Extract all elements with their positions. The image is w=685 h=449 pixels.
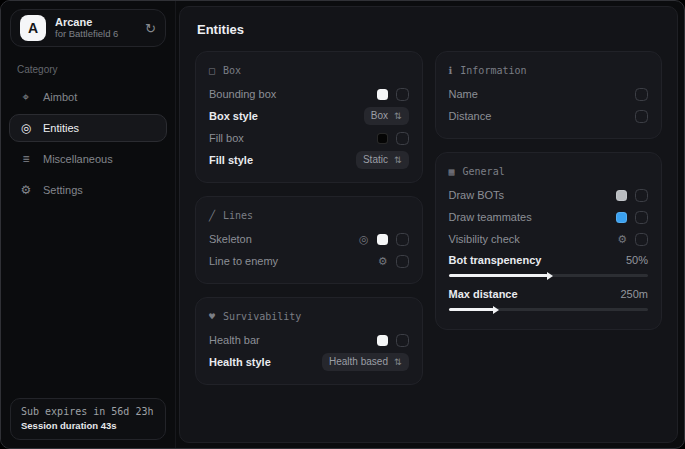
sub-expiry-text: Sub expires in 56d 23h bbox=[21, 406, 155, 417]
page-title: Entities bbox=[197, 22, 662, 37]
draw-bots-checkbox[interactable] bbox=[635, 189, 648, 202]
panel-box: □BoxBounding boxBox styleBox⇅Fill boxFil… bbox=[195, 51, 423, 183]
visibility-check-checkbox[interactable] bbox=[635, 233, 648, 246]
box-corners-icon: □ bbox=[209, 65, 215, 76]
skeleton-checkbox[interactable] bbox=[396, 233, 409, 246]
bounding-box-label: Bounding box bbox=[209, 88, 369, 100]
crosshair-icon: ⌖ bbox=[19, 90, 33, 104]
sidebar-item-miscellaneous[interactable]: ≡Miscellaneous bbox=[9, 145, 167, 173]
row-visibility-check: Visibility check⚙ bbox=[449, 228, 649, 250]
bot-transpenency-slider[interactable] bbox=[449, 274, 649, 277]
sliders-icon: ≡ bbox=[19, 152, 33, 166]
slider-head: Bot transpenency50% bbox=[449, 254, 649, 266]
chevron-updown-icon: ⇅ bbox=[394, 111, 402, 122]
draw-teammates-label: Draw teammates bbox=[449, 211, 609, 223]
panel-header-lines: ╱Lines bbox=[209, 210, 409, 221]
left-column: □BoxBounding boxBox styleBox⇅Fill boxFil… bbox=[195, 51, 423, 398]
fill-style-select-value: Static bbox=[363, 154, 388, 166]
health-bar-checkbox[interactable] bbox=[396, 334, 409, 347]
panel-header-box: □Box bbox=[209, 65, 409, 76]
health-bar-label: Health bar bbox=[209, 334, 369, 346]
draw-teammates-checkbox[interactable] bbox=[635, 211, 648, 224]
row-line-to-enemy: Line to enemy⚙ bbox=[209, 250, 409, 272]
gear-icon[interactable]: ⚙ bbox=[378, 256, 388, 267]
sidebar-item-settings[interactable]: ⚙Settings bbox=[9, 176, 167, 204]
panel-survivability: ♥SurvivabilityHealth barHealth styleHeal… bbox=[195, 297, 423, 385]
sidebar-item-aimbot[interactable]: ⌖Aimbot bbox=[9, 83, 167, 111]
row-fill-box: Fill box bbox=[209, 127, 409, 149]
slider-head: Max distance250m bbox=[449, 288, 649, 300]
main-panel: Entities □BoxBounding boxBox styleBox⇅Fi… bbox=[179, 6, 678, 443]
fill-box-color-swatch[interactable] bbox=[377, 133, 388, 144]
name-label: Name bbox=[449, 88, 628, 100]
bot-transpenency-label: Bot transpenency bbox=[449, 254, 626, 266]
info-icon: ℹ bbox=[449, 65, 453, 76]
row-distance: Distance bbox=[449, 105, 649, 127]
row-bounding-box: Bounding box bbox=[209, 83, 409, 105]
row-health-bar: Health bar bbox=[209, 329, 409, 351]
max-distance-label: Max distance bbox=[449, 288, 621, 300]
health-bar-color-swatch[interactable] bbox=[377, 335, 388, 346]
app-subtitle: for Battlefield 6 bbox=[55, 29, 118, 40]
row-bot-transpenency: Bot transpenency50% bbox=[449, 250, 649, 284]
session-duration-text: Session duration 43s bbox=[21, 420, 155, 431]
row-max-distance: Max distance250m bbox=[449, 284, 649, 318]
name-checkbox[interactable] bbox=[635, 88, 648, 101]
app-window: A Arcane for Battlefield 6 ↻ Category ⌖A… bbox=[0, 0, 685, 449]
skeleton-label: Skeleton bbox=[209, 233, 351, 245]
max-distance-slider[interactable] bbox=[449, 308, 649, 311]
row-skeleton: Skeleton◎ bbox=[209, 228, 409, 250]
health-style-select[interactable]: Health based⇅ bbox=[322, 353, 408, 371]
bounding-box-color-swatch[interactable] bbox=[377, 89, 388, 100]
bot-transpenency-value: 50% bbox=[626, 254, 648, 266]
distance-checkbox[interactable] bbox=[635, 110, 648, 123]
row-box-style: Box styleBox⇅ bbox=[209, 105, 409, 127]
chevron-updown-icon: ⇅ bbox=[394, 357, 402, 368]
sidebar-item-label: Settings bbox=[43, 184, 83, 196]
sidebar-item-entities[interactable]: ◎Entities bbox=[9, 114, 167, 142]
row-name: Name bbox=[449, 83, 649, 105]
slider-fill bbox=[449, 274, 549, 277]
health-style-label: Health style bbox=[209, 356, 314, 368]
row-health-style: Health styleHealth based⇅ bbox=[209, 351, 409, 373]
distance-label: Distance bbox=[449, 110, 628, 122]
row-draw-teammates: Draw teammates bbox=[449, 206, 649, 228]
sidebar: A Arcane for Battlefield 6 ↻ Category ⌖A… bbox=[1, 1, 176, 448]
target-icon[interactable]: ◎ bbox=[359, 234, 369, 245]
bounding-box-checkbox[interactable] bbox=[396, 88, 409, 101]
sync-icon[interactable]: ↻ bbox=[145, 21, 156, 36]
line-to-enemy-checkbox[interactable] bbox=[396, 255, 409, 268]
draw-bots-color-swatch[interactable] bbox=[616, 190, 627, 201]
app-meta: Arcane for Battlefield 6 bbox=[55, 16, 118, 41]
diagonal-line-icon: ╱ bbox=[209, 210, 215, 221]
box-style-select[interactable]: Box⇅ bbox=[364, 107, 409, 125]
fill-style-label: Fill style bbox=[209, 154, 348, 166]
sidebar-item-label: Aimbot bbox=[43, 91, 77, 103]
gear-icon: ⚙ bbox=[19, 183, 33, 197]
skeleton-color-swatch[interactable] bbox=[377, 234, 388, 245]
sidebar-item-label: Entities bbox=[43, 122, 79, 134]
panel-information: ℹInformationNameDistance bbox=[435, 51, 663, 139]
fill-box-label: Fill box bbox=[209, 132, 369, 144]
fill-style-select[interactable]: Static⇅ bbox=[356, 151, 409, 169]
app-name: Arcane bbox=[55, 16, 118, 29]
gear-icon[interactable]: ⚙ bbox=[617, 234, 627, 245]
panel-title: Box bbox=[223, 65, 241, 76]
box-style-select-value: Box bbox=[371, 110, 388, 122]
subscription-card: Sub expires in 56d 23h Session duration … bbox=[10, 398, 166, 440]
user-scan-icon: ◎ bbox=[19, 121, 33, 135]
app-card: A Arcane for Battlefield 6 ↻ bbox=[10, 9, 166, 47]
panel-title: Lines bbox=[223, 210, 253, 221]
fill-box-checkbox[interactable] bbox=[396, 132, 409, 145]
panel-header-general: ▦General bbox=[449, 166, 649, 177]
panel-general: ▦GeneralDraw BOTsDraw teammatesVisibilit… bbox=[435, 152, 663, 330]
chevron-updown-icon: ⇅ bbox=[394, 155, 402, 166]
sidebar-nav: ⌖Aimbot◎Entities≡Miscellaneous⚙Settings bbox=[1, 80, 175, 207]
app-logo: A bbox=[20, 15, 46, 41]
right-column: ℹInformationNameDistance▦GeneralDraw BOT… bbox=[435, 51, 663, 343]
panel-title: General bbox=[463, 166, 505, 177]
main-area: Entities □BoxBounding boxBox styleBox⇅Fi… bbox=[176, 1, 684, 448]
draw-teammates-color-swatch[interactable] bbox=[616, 212, 627, 223]
panel-title: Survivability bbox=[223, 311, 301, 322]
panel-header-information: ℹInformation bbox=[449, 65, 649, 76]
